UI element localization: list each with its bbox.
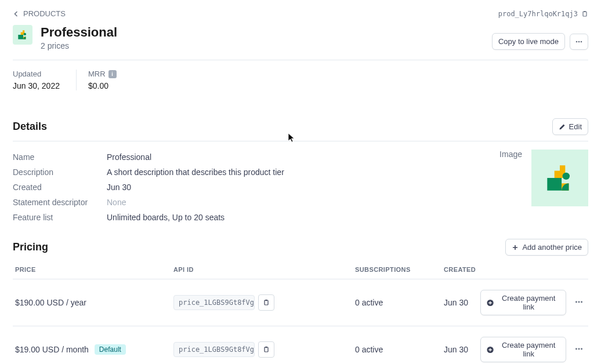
svg-point-18 [575,301,577,303]
clipboard-icon [263,299,270,306]
product-id: prod_Ly7hrlqoKr1qj3 [498,10,588,18]
svg-rect-2 [18,35,23,39]
add-price-label: Add another price [522,243,582,252]
svg-rect-21 [265,347,268,352]
svg-point-20 [581,301,582,303]
detail-statement-label: Statement descriptor [13,198,107,207]
create-payment-link-label: Create payment link [497,294,560,311]
edit-label: Edit [569,122,582,131]
detail-desc-label: Description [13,168,107,177]
add-price-button[interactable]: Add another price [505,239,588,256]
svg-point-19 [578,301,580,303]
detail-desc-value: A short description that describes this … [107,168,284,177]
col-subs: SUBSCRIPTIONS [353,259,441,279]
breadcrumb-label: PRODUCTS [23,9,66,18]
arrow-left-icon [13,10,20,17]
product-image [531,150,588,206]
detail-created-label: Created [13,183,107,192]
plus-circle-icon [487,299,494,307]
svg-point-14 [563,173,570,180]
api-id-value: price_1LGBS9Gt8fVgVjl [173,342,255,357]
table-row[interactable]: $190.00 USD / yearprice_1LGBS9Gt8fVgVjl0… [13,279,588,326]
pricing-heading: Pricing [13,241,48,253]
col-api: API ID [171,259,353,279]
svg-point-6 [24,33,26,35]
info-icon[interactable]: i [108,70,117,78]
create-payment-link-button[interactable]: Create payment link [480,290,566,315]
more-actions-button[interactable] [570,34,588,50]
copy-api-id-button[interactable] [258,341,274,358]
page-title: Professional [41,25,117,40]
stat-mrr-value: $0.00 [88,81,117,90]
copy-api-id-button[interactable] [258,294,274,311]
more-horizontal-icon [574,297,584,307]
svg-rect-10 [547,178,562,191]
row-created-value: Jun 30 [441,279,478,326]
pencil-icon [559,123,566,130]
stat-updated: Updated Jun 30, 2022 [13,70,77,90]
stat-mrr-label: MRR [88,70,106,78]
col-price: PRICE [13,259,171,279]
copy-to-live-button[interactable]: Copy to live mode [492,33,565,50]
default-badge: Default [95,344,126,355]
stat-updated-value: Jun 30, 2022 [13,81,60,90]
svg-point-26 [581,348,582,350]
price-value: $190.00 USD / year [15,298,86,307]
svg-rect-15 [265,300,268,305]
row-more-button[interactable] [572,342,586,358]
api-id-value: price_1LGBS9Gt8fVgVjl [173,295,255,310]
page-subtitle: 2 prices [41,41,117,50]
detail-statement-value: None [107,198,126,207]
table-row[interactable]: $19.00 USD / monthDefaultprice_1LGBS9Gt8… [13,326,588,364]
svg-rect-16 [266,300,267,301]
plus-circle-icon [487,346,494,354]
svg-rect-22 [266,347,267,348]
subscriptions-value: 0 active [353,279,441,326]
product-icon [13,25,32,45]
svg-rect-12 [555,171,560,178]
copy-to-live-label: Copy to live mode [498,37,559,46]
detail-features-value: Unlimited boards, Up to 20 seats [107,213,225,222]
clipboard-icon [263,346,270,353]
svg-point-7 [576,41,578,42]
detail-features-label: Feature list [13,213,107,222]
stat-mrr: MRR i $0.00 [88,70,133,90]
create-payment-link-button[interactable]: Create payment link [480,337,566,362]
row-created-value: Jun 30 [441,326,478,364]
detail-name-label: Name [13,152,107,162]
plus-icon [512,244,519,251]
svg-rect-1 [584,11,586,12]
stat-updated-label: Updated [13,70,60,78]
price-value: $19.00 USD / month [15,345,89,354]
clipboard-icon[interactable] [581,10,588,17]
svg-point-25 [578,348,580,350]
svg-rect-4 [21,32,23,35]
more-horizontal-icon [575,38,583,46]
edit-button[interactable]: Edit [552,118,588,135]
create-payment-link-label: Create payment link [497,341,560,358]
svg-point-24 [575,348,577,350]
detail-name-value: Professional [107,152,151,162]
svg-point-8 [578,41,580,42]
image-label: Image [499,150,522,225]
details-heading: Details [13,121,47,133]
svg-point-9 [581,41,582,42]
col-created: CREATED [441,259,478,279]
subscriptions-value: 0 active [353,326,441,364]
svg-rect-0 [583,12,586,16]
more-horizontal-icon [574,344,584,354]
detail-created-value: Jun 30 [107,183,131,192]
breadcrumb-products[interactable]: PRODUCTS [13,9,66,18]
row-more-button[interactable] [572,295,586,311]
product-id-text: prod_Ly7hrlqoKr1qj3 [498,10,578,18]
